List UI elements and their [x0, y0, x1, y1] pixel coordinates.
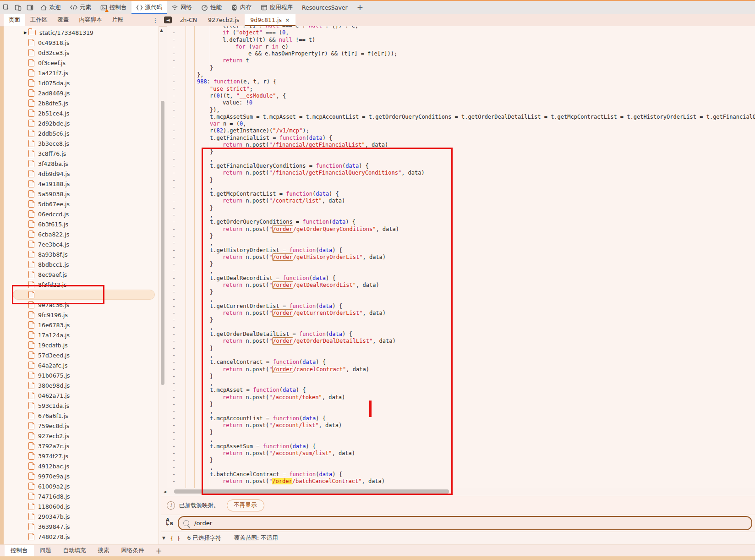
more-options-icon[interactable]: ⋮ — [150, 14, 160, 26]
tree-file[interactable]: 1a421f7.js — [4, 68, 159, 78]
tree-file[interactable]: 19cdafb.js — [4, 340, 159, 350]
code-line[interactable]: -, — [167, 380, 755, 387]
sidebar-tab-片段[interactable]: 片段 — [107, 14, 129, 26]
tree-file[interactable]: 6cba822.js — [4, 229, 159, 239]
code-line[interactable]: -} — [167, 233, 755, 240]
tree-file[interactable]: 676a6f1.js — [4, 411, 159, 421]
code-line[interactable]: -t.getMcpContractList = function(data) { — [167, 191, 755, 198]
code-line[interactable]: -return n.post("/financial/getFinancialQ… — [167, 170, 755, 176]
code-line[interactable]: -, — [167, 212, 755, 219]
code-line[interactable]: -t.mcpAssetSum = function(data) { — [167, 443, 755, 450]
sidebar-tab-页面[interactable]: 页面 — [4, 14, 25, 26]
tree-file[interactable]: 3974f27.js — [4, 451, 159, 461]
tree-file[interactable]: 8a93b8f.js — [4, 249, 159, 259]
code-line[interactable]: -t.cancelContract = function(data) { — [167, 359, 755, 366]
tree-file[interactable]: 593c1da.js — [4, 401, 159, 411]
code-line[interactable]: -t.batchCancelContract = function(data) … — [167, 471, 755, 478]
tree-file[interactable]: 4e19188.js — [4, 179, 159, 189]
tab-欢迎[interactable]: 欢迎 — [36, 1, 66, 14]
tree-file[interactable]: 3639847.js — [4, 522, 159, 532]
code-line[interactable]: -t.mcpAsset = function(data) { — [167, 387, 755, 394]
tree-file-selected[interactable]: 9d9c811.js — [4, 290, 159, 300]
code-line[interactable]: -} — [167, 429, 755, 436]
code-line[interactable]: -r(0)(t, "__esModule", { — [167, 93, 755, 99]
tree-file[interactable]: 57d3eed.js — [4, 350, 159, 360]
horizontal-scrollbar[interactable]: ◄ — [161, 489, 755, 495]
code-line[interactable]: -} — [167, 317, 755, 324]
tree-file[interactable]: 759ec8d.js — [4, 421, 159, 431]
code-line[interactable]: -}), — [167, 107, 755, 114]
tree-file[interactable]: 8bdbcc1.js — [4, 259, 159, 269]
tree-file[interactable]: 4912bac.js — [4, 461, 159, 471]
tab-ResourcesSaver[interactable]: ResourcesSaver — [297, 1, 352, 14]
tab-控制台[interactable]: 控制台 — [96, 1, 131, 14]
code-line[interactable]: -t.mcpAccountList = function(data) { — [167, 415, 755, 422]
tree-file[interactable]: 16e6783.js — [4, 320, 159, 330]
tree-file[interactable]: 2b51ce4.js — [4, 108, 159, 118]
tab-性能[interactable]: 性能 — [197, 1, 226, 14]
code-line[interactable]: -, — [167, 408, 755, 415]
code-line[interactable]: -return t — [167, 57, 755, 64]
tab-元素[interactable]: 元素 — [66, 1, 96, 14]
tree-file[interactable]: 2d92bde.js — [4, 118, 159, 128]
expander-icon[interactable]: ▶ — [24, 30, 28, 35]
code-line[interactable]: -} — [167, 289, 755, 296]
vertical-scrollbar[interactable]: ▲ — [159, 26, 167, 544]
tree-file[interactable]: 3b3ece8.js — [4, 138, 159, 148]
close-tab-icon[interactable]: × — [285, 16, 290, 23]
code-line[interactable]: -} — [167, 205, 755, 212]
code-line[interactable]: -var n = (0, — [167, 121, 755, 127]
drawer-tab-控制台[interactable]: 控制台 — [5, 545, 34, 556]
editor-tab-9d9c811.js[interactable]: 9d9c811.js× — [245, 14, 295, 26]
code-line[interactable]: -}, — [167, 71, 755, 78]
editor-tab-927ecb2.js[interactable]: 927ecb2.js — [202, 14, 245, 26]
tree-file[interactable]: 0d32ce3.js — [4, 48, 159, 58]
code-line[interactable]: -} — [167, 373, 755, 380]
code-line[interactable]: -t.getOrderQueryConditions = function(da… — [167, 219, 755, 225]
code-line[interactable]: -, — [167, 240, 755, 247]
tree-file[interactable]: 2b8dfe5.js — [4, 98, 159, 108]
tree-file[interactable]: 118060d.js — [4, 501, 159, 511]
code-line[interactable]: -return n.post("/order/getOrderDealDetai… — [167, 338, 755, 345]
sidebar-tab-工作区[interactable]: 工作区 — [25, 14, 53, 26]
tree-file[interactable]: 9e7ac36.js — [4, 300, 159, 310]
tree-file[interactable]: 2ddb5c6.js — [4, 128, 159, 138]
tree-file[interactable]: 290347b.js — [4, 511, 159, 522]
scroll-down-icon[interactable]: ▼ — [162, 536, 165, 540]
tree-file[interactable]: 6b3f615.js — [4, 219, 159, 229]
code-line[interactable]: -return n.post("/order/getOrderQueryCond… — [167, 226, 755, 233]
scroll-up-icon[interactable]: ▲ — [160, 28, 163, 33]
add-panel-button[interactable]: + — [352, 1, 368, 14]
code-line[interactable]: -, — [167, 184, 755, 191]
tree-file[interactable]: 8ec9aef.js — [4, 269, 159, 280]
code-line[interactable]: -, — [167, 324, 755, 331]
tree-file[interactable]: 9fc9196.js — [4, 310, 159, 320]
code-line[interactable]: -if ("object" === (0, — [167, 29, 755, 36]
code-line[interactable]: -return n.post("/contract/list", data) — [167, 198, 755, 204]
code-line[interactable]: -} — [167, 65, 755, 71]
code-line[interactable]: -return n.post("/order/getHistoryOrderLi… — [167, 254, 755, 261]
code-line[interactable]: -, — [167, 156, 755, 163]
tree-file[interactable]: 3792a7c.js — [4, 441, 159, 451]
tree-file[interactable]: 06edccd.js — [4, 209, 159, 219]
code-line[interactable]: -} — [167, 177, 755, 184]
code-line[interactable]: -"use strict"; — [167, 86, 755, 93]
code-line[interactable]: -t.getDealRecordList = function(data) { — [167, 275, 755, 282]
horizontal-scrollbar-thumb[interactable] — [174, 489, 449, 494]
code-line[interactable]: -} — [167, 148, 755, 155]
tree-file[interactable]: 74716d8.js — [4, 491, 159, 501]
drawer-tab-搜索[interactable]: 搜索 — [92, 545, 115, 556]
scroll-left-icon[interactable]: ◄ — [163, 489, 166, 494]
tree-file[interactable]: 7ee3bc4.js — [4, 239, 159, 249]
vertical-scrollbar-thumb[interactable] — [161, 101, 164, 385]
code-line[interactable]: -r(82).getInstance)("/v1/mcp"); — [167, 127, 755, 134]
code-line[interactable]: -return n.post("/financial/getFinancialL… — [167, 142, 755, 148]
sidebar-tab-内容脚本[interactable]: 内容脚本 — [74, 14, 107, 26]
tree-file[interactable]: 3f428ba.js — [4, 159, 159, 169]
tree-file[interactable]: 91b0675.js — [4, 370, 159, 380]
find-input[interactable] — [193, 519, 751, 527]
drawer-tab-网络条件[interactable]: 网络条件 — [115, 545, 150, 556]
tree-file[interactable]: 3c8ff76.js — [4, 148, 159, 159]
code-line[interactable]: -} — [167, 261, 755, 268]
tree-file[interactable]: 9970e9a.js — [4, 471, 159, 481]
